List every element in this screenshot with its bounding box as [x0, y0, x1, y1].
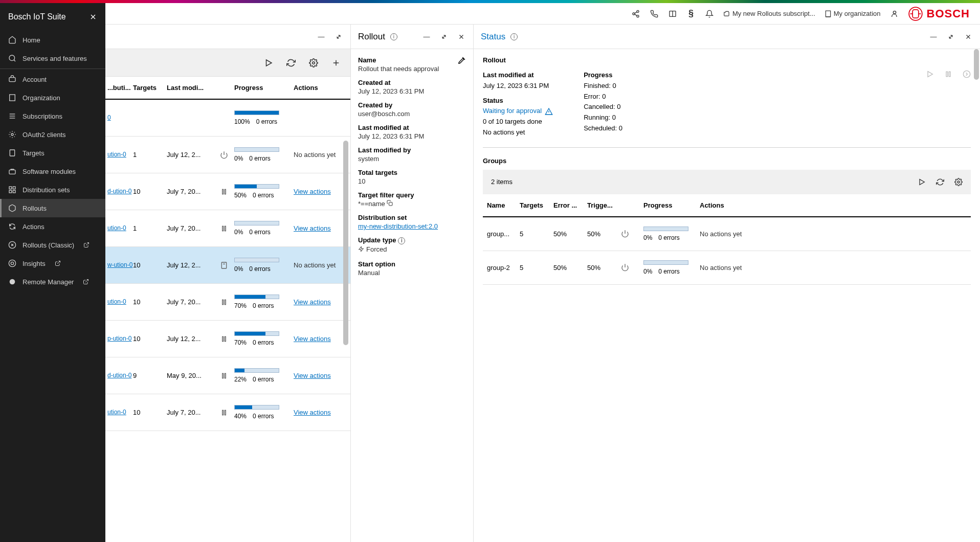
- col-modified[interactable]: Last modi...: [167, 84, 214, 92]
- top-header: § My new Rollouts subscript... My organi…: [0, 3, 980, 25]
- edit-icon[interactable]: [458, 56, 466, 64]
- sidebar-item-distribution-sets[interactable]: Distribution sets: [0, 180, 105, 199]
- table-row[interactable]: w-ution-010July 12, 2...0%0 errorsNo act…: [105, 247, 350, 284]
- org-icon: [8, 94, 16, 102]
- table-row[interactable]: d-ution-09May 9, 20...22%0 errorsView ac…: [105, 357, 350, 394]
- gcol-targets[interactable]: Targets: [520, 201, 553, 209]
- info-icon[interactable]: i: [398, 237, 405, 244]
- gcol-actions[interactable]: Actions: [700, 201, 967, 209]
- expand-icon[interactable]: [334, 32, 343, 41]
- gear-icon[interactable]: [308, 58, 319, 68]
- gear-icon[interactable]: [954, 178, 963, 186]
- pause-icon[interactable]: [944, 70, 952, 78]
- minimize-icon[interactable]: —: [317, 32, 326, 41]
- subscription-dropdown[interactable]: My new Rollouts subscript...: [723, 10, 815, 17]
- col-actions[interactable]: Actions: [289, 84, 350, 92]
- gcol-progress[interactable]: Progress: [643, 201, 700, 209]
- group-row[interactable]: group-2550%50%0%0 errorsNo actions yet: [483, 251, 971, 285]
- table-row[interactable]: ution-01July 7, 20...0%0 errorsView acti…: [105, 210, 350, 247]
- table-row[interactable]: ution-010July 7, 20...40%0 errorsView ac…: [105, 394, 350, 431]
- info-icon[interactable]: i: [390, 33, 397, 40]
- play-icon[interactable]: [918, 178, 926, 186]
- col-targets[interactable]: Targets: [133, 84, 167, 92]
- svg-point-12: [9, 55, 15, 61]
- table-row[interactable]: p-ution-010July 12, 2...70%0 errorsView …: [105, 321, 350, 357]
- share-icon[interactable]: [631, 9, 640, 18]
- view-actions-link[interactable]: View actions: [294, 224, 331, 232]
- book-icon[interactable]: [668, 9, 677, 18]
- expand-icon[interactable]: [946, 32, 955, 41]
- table-row[interactable]: d-ution-010July 7, 20...50%0 errorsView …: [105, 173, 350, 210]
- list-icon: [8, 112, 16, 120]
- progress-errors: 0 errors: [253, 376, 274, 383]
- account-icon: [8, 75, 16, 83]
- view-actions-link[interactable]: View actions: [294, 188, 331, 195]
- sidebar-item-account[interactable]: Account: [0, 70, 105, 88]
- dist-link[interactable]: p-ution-0: [107, 335, 131, 342]
- rollouts-table-body[interactable]: 0100%0 errorsution-01July 12, 2...0%0 er…: [105, 100, 350, 542]
- expand-icon[interactable]: [439, 32, 449, 41]
- minimize-icon[interactable]: —: [422, 32, 431, 41]
- view-actions-link[interactable]: View actions: [294, 372, 331, 379]
- refresh-icon[interactable]: [286, 58, 296, 68]
- table-row[interactable]: 0100%0 errors: [105, 100, 350, 137]
- gcol-trigger[interactable]: Trigge...: [587, 201, 621, 209]
- table-row[interactable]: ution-01July 12, 2...0%0 errorsNo action…: [105, 137, 350, 173]
- sidebar-item-remote-manager[interactable]: Remote Manager: [0, 273, 105, 291]
- dist-link[interactable]: ution-0: [107, 224, 126, 232]
- sidebar-item-subscriptions[interactable]: Subscriptions: [0, 107, 105, 125]
- dist-link[interactable]: ution-0: [107, 298, 126, 305]
- scrollbar-thumb[interactable]: [343, 141, 348, 345]
- dist-link[interactable]: ution-0: [107, 151, 126, 158]
- play-icon[interactable]: [926, 70, 934, 78]
- dist-set-link[interactable]: my-new-distribution-set:2.0: [358, 222, 438, 230]
- user-icon[interactable]: [890, 9, 899, 18]
- info-icon[interactable]: i: [510, 33, 518, 40]
- close-icon[interactable]: [457, 32, 466, 41]
- sidebar-item-software-modules[interactable]: Software modules: [0, 162, 105, 180]
- dist-link[interactable]: d-ution-0: [107, 372, 131, 379]
- table-row[interactable]: ution-010July 7, 20...70%0 errorsView ac…: [105, 284, 350, 321]
- phone-icon[interactable]: [650, 9, 659, 18]
- col-progress[interactable]: Progress: [234, 84, 289, 92]
- sidebar-item-oauth2-clients[interactable]: OAuth2 clients: [0, 125, 105, 144]
- modified-cell: July 7, 20...: [167, 409, 214, 416]
- scrollbar-thumb[interactable]: [974, 49, 979, 80]
- org-dropdown[interactable]: My organization: [825, 10, 881, 17]
- group-row[interactable]: group...550%50%0%0 errorsNo actions yet: [483, 217, 971, 251]
- dist-link[interactable]: ution-0: [107, 409, 126, 416]
- add-icon[interactable]: [331, 58, 341, 68]
- play-icon[interactable]: [263, 58, 274, 68]
- col-dist[interactable]: ...buti...: [105, 84, 133, 92]
- view-actions-link[interactable]: View actions: [294, 409, 331, 416]
- dist-link[interactable]: d-ution-0: [107, 188, 131, 195]
- modified-cell: July 12, 2...: [167, 335, 214, 343]
- refresh-icon[interactable]: [936, 178, 944, 186]
- sidebar-item-actions[interactable]: Actions: [0, 217, 105, 236]
- svg-rect-9: [912, 9, 919, 17]
- sidebar-close-icon[interactable]: [89, 13, 97, 21]
- minimize-icon[interactable]: —: [929, 32, 938, 41]
- sidebar-item-targets[interactable]: Targets: [0, 144, 105, 162]
- view-actions-link[interactable]: View actions: [294, 298, 331, 306]
- bell-icon[interactable]: [705, 9, 714, 18]
- last-mod-at-value: July 12, 2023 6:31 PM: [358, 132, 466, 140]
- sidebar-item-organization[interactable]: Organization: [0, 88, 105, 107]
- dist-link[interactable]: w-ution-0: [107, 261, 132, 268]
- sidebar-item-insights[interactable]: Insights: [0, 254, 105, 273]
- filter-label: Target filter query: [358, 191, 466, 199]
- progress-errors: 0 errors: [658, 268, 679, 275]
- gcol-error[interactable]: Error ...: [553, 201, 587, 209]
- dist-link[interactable]: 0: [107, 114, 111, 121]
- sidebar-item-rollouts-classic-[interactable]: Rollouts (Classic): [0, 236, 105, 254]
- section-icon[interactable]: §: [686, 9, 696, 18]
- view-actions-link[interactable]: View actions: [294, 335, 331, 343]
- skip-icon[interactable]: [963, 70, 971, 78]
- gcol-name[interactable]: Name: [487, 201, 520, 209]
- sidebar-item-rollouts[interactable]: Rollouts: [0, 199, 105, 217]
- refresh-icon: [8, 222, 16, 231]
- sidebar-label: Account: [23, 76, 47, 83]
- sidebar-item-home[interactable]: Home: [0, 31, 105, 49]
- sidebar-item-services-and-features[interactable]: Services and features: [0, 49, 105, 67]
- close-icon[interactable]: [964, 32, 973, 41]
